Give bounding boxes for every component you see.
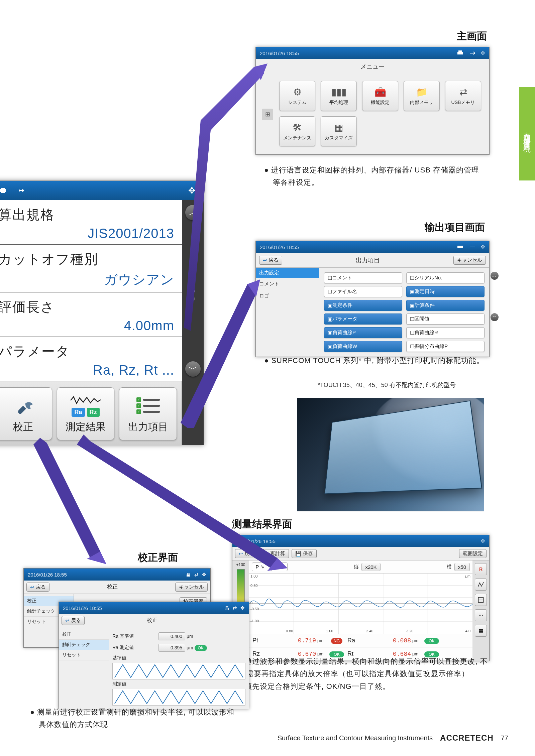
kv-row: Ra 基準値0.400 μm <box>112 631 245 642</box>
tile-usb-memory[interactable]: ⇄USBメモリ <box>445 81 481 111</box>
zoom-v-button[interactable]: x20K <box>361 563 380 571</box>
tab-r-label: R <box>275 564 278 570</box>
usb-icon[interactable] <box>17 186 26 195</box>
waveform-icon: Ra Rz <box>71 394 101 417</box>
ra-meas-value[interactable]: 0.395 <box>158 644 185 652</box>
tile-average[interactable]: ▮▮▮平均処理 <box>321 81 357 111</box>
ra-ref-value[interactable]: 0.400 <box>158 632 185 640</box>
recalc-button[interactable]: ♻再計算 <box>261 549 289 558</box>
svg-rect-3 <box>189 410 191 412</box>
checklist-icon: ✓ ✓ ✓ <box>136 394 160 417</box>
tile-label: メンテナンス <box>283 135 311 141</box>
param-row-parameter[interactable]: パラメータ Ra, Rz, Rt ... <box>0 337 182 381</box>
tile-system[interactable]: ⚙システム <box>279 81 315 111</box>
print-icon[interactable] <box>455 243 465 251</box>
calibration-button[interactable]: 校正 <box>0 387 52 440</box>
cancel-button[interactable]: キャンセル <box>453 256 486 265</box>
svg-rect-7 <box>192 412 194 414</box>
calib-left-item[interactable]: リセット <box>59 650 109 660</box>
scroll-up-button[interactable]: ︿ <box>185 205 201 220</box>
scroll-down-button[interactable]: ﹀ <box>185 361 201 377</box>
usb-icon[interactable]: ⇄ <box>194 572 199 578</box>
xtick: 3.20 <box>406 629 413 633</box>
param-label: カットオフ種別 <box>0 250 174 268</box>
move-icon[interactable]: ✥ <box>202 572 206 578</box>
grid-button[interactable]: ▦ <box>475 625 487 637</box>
output-chip[interactable]: ☐ コメント <box>324 272 402 283</box>
gauge-top-label: +100 <box>236 562 245 567</box>
recycle-icon: ♻ <box>264 551 269 557</box>
svg-rect-4 <box>192 410 194 412</box>
move-icon[interactable]: ✥ <box>240 605 245 611</box>
usb-icon[interactable] <box>468 49 477 57</box>
output-chip[interactable]: ☐ ファイル名 <box>324 286 402 297</box>
output-chip[interactable]: ☐ 振幅分布曲線P <box>406 341 485 352</box>
param-row-standard[interactable]: 算出規格 JIS2001/2013 <box>0 200 182 245</box>
tile-label: システム <box>288 100 307 106</box>
move-icon[interactable]: ✥ <box>481 538 485 544</box>
output-left-item[interactable]: ロゴ <box>256 290 319 302</box>
scroll-up-button[interactable]: ︿ <box>491 272 499 280</box>
more-button[interactable]: ⋯ <box>475 609 487 621</box>
window-topbar: 2016/01/26 18:55 🖶 ⇄ ✥ <box>24 569 210 581</box>
ok-badge: OK <box>195 645 207 651</box>
back-button[interactable]: ↩戻る <box>62 616 85 625</box>
output-chip[interactable]: ☐ 区間値 <box>406 313 485 325</box>
back-button[interactable]: ↩戻る <box>235 549 258 558</box>
recalc-label: 再計算 <box>270 550 285 557</box>
tile-function[interactable]: 🧰機能設定 <box>362 81 398 111</box>
print-icon[interactable] <box>455 49 465 57</box>
move-icon[interactable]: ✥ <box>188 185 196 196</box>
side-category-tab: 表面粗糙度测量机 <box>519 87 535 180</box>
output-items-button[interactable]: ✓ ✓ ✓ 出力項目 <box>119 387 177 440</box>
zoom-h-button[interactable]: x50 <box>454 563 470 571</box>
scroll-down-button[interactable]: ﹀ <box>491 313 499 321</box>
calib-left-item[interactable]: 触針チェック <box>59 640 109 650</box>
output-chip[interactable]: ▣ 測定日時 <box>406 286 485 297</box>
output-chip[interactable]: ▣ 測定条件 <box>324 300 402 311</box>
print-icon[interactable] <box>0 186 8 195</box>
tile-label: 平均処理 <box>329 100 348 106</box>
tab-p[interactable]: P ∿ <box>252 562 268 571</box>
kv-unit: μm <box>187 634 193 639</box>
tab-r[interactable]: R ∿ <box>271 562 288 571</box>
param-row-length[interactable]: 評価長さ 4.00mm <box>0 292 182 337</box>
print-icon[interactable]: 🖶 <box>224 605 229 611</box>
back-button[interactable]: ↩戻る <box>26 583 49 592</box>
output-chip[interactable]: ☐ シリアルNo. <box>406 272 485 283</box>
range-set-button[interactable]: 範囲設定 <box>459 549 487 558</box>
cancel-button[interactable]: キャンセル <box>175 583 208 592</box>
calib-left-item[interactable]: 校正 <box>59 629 109 640</box>
param-value: ガウシアン <box>0 268 174 289</box>
move-icon[interactable]: ✥ <box>481 50 485 56</box>
meas-right-toolbar: R ⋯ ▦ <box>472 560 489 661</box>
tile-internal-memory[interactable]: 📁内部メモリ <box>404 81 440 111</box>
ytick: 1.00 <box>250 574 257 578</box>
usb-icon[interactable] <box>468 243 477 251</box>
output-chip[interactable]: ▣ 負荷曲線W <box>324 341 402 352</box>
measurement-result-button[interactable]: Ra Rz 測定結果 <box>57 387 115 440</box>
zoom-button[interactable] <box>475 594 487 606</box>
output-chip[interactable]: ▣ 負荷曲線P <box>324 327 402 338</box>
tile-customize[interactable]: ▦カスタマイズ <box>321 116 357 146</box>
move-icon[interactable]: ✥ <box>481 244 485 250</box>
save-button[interactable]: 💾保存 <box>292 549 317 558</box>
output-chip[interactable]: ▣ 計算条件 <box>406 300 485 311</box>
tile-maintenance[interactable]: 🛠メンテナンス <box>279 116 315 146</box>
meas-tabs: P ∿ R ∿ 縦 x20K 横 x50 <box>249 560 472 574</box>
wave-label-row: 基準値 <box>112 653 245 663</box>
usb-icon[interactable]: ⇄ <box>233 605 237 611</box>
output-chip[interactable]: ▣ パラメータ <box>324 313 402 325</box>
waveform-display[interactable]: 1.00 0.50 0 -0.50 -1.00 μm 0.80 1.60 2.4… <box>249 574 472 634</box>
output-left-item[interactable]: コメント <box>256 278 319 290</box>
back-button[interactable]: ↩戻る <box>259 256 282 265</box>
grid-toggle-icon[interactable]: ⊞ <box>262 109 273 120</box>
gear-icon: ⚙ <box>293 87 302 98</box>
grid-menu-button[interactable] <box>182 381 204 445</box>
print-icon[interactable]: 🖶 <box>186 572 191 578</box>
r-profile-button[interactable]: R <box>475 563 487 575</box>
output-chip[interactable]: ☐ 負荷曲線R <box>406 327 485 338</box>
ytick: -1.00 <box>250 619 259 623</box>
param-row-cutoff[interactable]: カットオフ種別 ガウシアン <box>0 245 182 292</box>
profile-mode-button[interactable] <box>475 579 487 591</box>
